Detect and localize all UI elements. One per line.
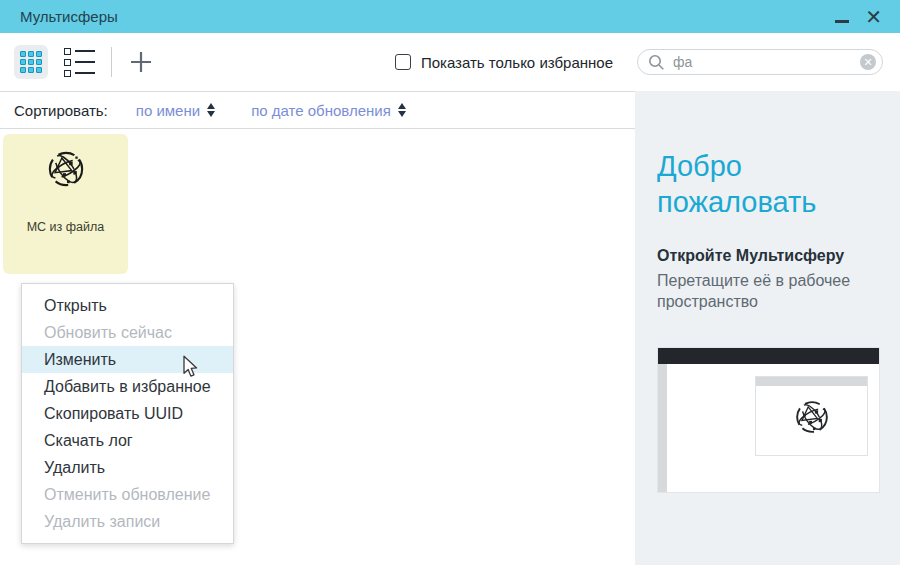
window-title: Мультисферы <box>20 8 118 25</box>
app-window: Мультисферы ✕ Показать только избранное <box>0 0 900 565</box>
open-hint-title: Откройте Мультисферу <box>657 247 880 265</box>
sort-row: Сортировать: по имени по дате обновления <box>0 92 635 129</box>
plus-icon <box>128 49 154 75</box>
illustration-tile <box>755 376 868 456</box>
menu-item-delete-records: Удалить записи <box>22 508 233 535</box>
menu-item-cancel-update: Отменить обновление <box>22 481 233 508</box>
menu-item-add-to-favorites[interactable]: Добавить в избранное <box>22 373 233 400</box>
titlebar: Мультисферы ✕ <box>0 0 900 33</box>
favorites-checkbox-label: Показать только избранное <box>421 54 613 71</box>
clear-search-icon[interactable]: ✕ <box>860 54 876 70</box>
sort-by-update-date[interactable]: по дате обновления <box>251 102 406 119</box>
sort-by-name[interactable]: по имени <box>136 102 215 119</box>
grid-view-button[interactable] <box>14 45 48 79</box>
list-view-icon <box>64 48 95 77</box>
grid-view-icon <box>20 51 42 73</box>
wireframe-sphere-icon <box>41 144 91 194</box>
illustration-tile-header <box>756 377 867 386</box>
favorites-filter[interactable]: Показать только избранное <box>395 54 613 71</box>
toolbar: Показать только избранное ✕ <box>0 33 900 91</box>
menu-item-copy-uuid[interactable]: Скопировать UUID <box>22 400 233 427</box>
sort-arrows-icon <box>207 103 215 117</box>
close-icon[interactable]: ✕ <box>865 7 882 27</box>
menu-item-refresh-now: Обновить сейчас <box>22 319 233 346</box>
search-input[interactable] <box>673 54 860 70</box>
context-menu: Открыть Обновить сейчас Изменить Добавит… <box>21 283 234 544</box>
minimize-icon[interactable] <box>835 20 849 23</box>
add-multisphere-button[interactable] <box>125 46 157 78</box>
toolbar-divider <box>111 47 112 77</box>
illustration-sidebar <box>658 364 667 492</box>
wireframe-sphere-icon <box>789 394 835 440</box>
search-icon <box>648 54 665 71</box>
list-view-button[interactable] <box>62 45 96 79</box>
sort-by-update-date-label: по дате обновления <box>251 102 391 119</box>
menu-item-edit[interactable]: Изменить <box>22 346 233 373</box>
favorites-checkbox[interactable] <box>395 54 411 70</box>
search-box[interactable]: ✕ <box>637 49 883 75</box>
menu-item-open[interactable]: Открыть <box>22 292 233 319</box>
welcome-heading: Добро пожаловать <box>657 148 867 221</box>
workspace-illustration <box>657 347 880 493</box>
sort-label: Сортировать: <box>14 102 108 119</box>
welcome-sidebar: Добро пожаловать Откройте Мультисферу Пе… <box>635 91 900 565</box>
sort-arrows-icon <box>398 103 406 117</box>
multisphere-tile-label: МС из файла <box>27 220 105 234</box>
menu-item-download-log[interactable]: Скачать лог <box>22 427 233 454</box>
open-hint-text: Перетащите её в рабочее пространство <box>657 270 872 313</box>
menu-item-delete[interactable]: Удалить <box>22 454 233 481</box>
window-controls: ✕ <box>835 7 882 27</box>
multisphere-tile[interactable]: МС из файла <box>3 134 128 274</box>
illustration-titlebar <box>658 348 879 364</box>
sort-by-name-label: по имени <box>136 102 200 119</box>
